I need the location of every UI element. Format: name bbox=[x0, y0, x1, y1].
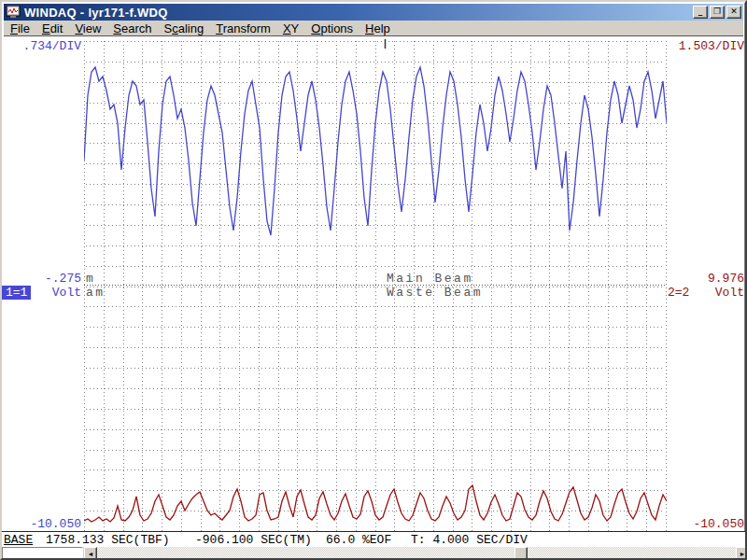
ch1-scale-per-div: .734/DIV bbox=[2, 39, 81, 53]
ch2-unit: Volt bbox=[669, 286, 744, 300]
status-time-from-beginning: 1758.133 SEC(TBF) bbox=[46, 533, 170, 547]
window-controls: _ ❐ ✕ bbox=[693, 6, 741, 19]
menu-transform[interactable]: Transform bbox=[211, 21, 275, 36]
event-annotation-clipped-main: m bbox=[86, 272, 95, 286]
ch1-mid-value: -.275 bbox=[2, 272, 81, 286]
menu-search[interactable]: Search bbox=[108, 21, 156, 36]
ch2-bottom-value: -10.050 bbox=[669, 517, 744, 531]
menu-help[interactable]: Help bbox=[360, 21, 395, 36]
menu-file[interactable]: File bbox=[6, 21, 35, 36]
close-button[interactable]: ✕ bbox=[726, 6, 741, 19]
scrollbar-track[interactable] bbox=[97, 547, 736, 560]
ch2-mid-value: 9.976 bbox=[669, 272, 744, 286]
scroll-right-button[interactable]: ► bbox=[736, 547, 747, 560]
status-percent-eof: 66.0 %EOF bbox=[326, 533, 391, 547]
menu-xy[interactable]: XY bbox=[278, 21, 303, 36]
title-bar[interactable]: WINDAQ - lyr171-f.WDQ _ ❐ ✕ bbox=[4, 4, 743, 21]
event-annotation-waste-beam: Waste Beam bbox=[387, 286, 483, 300]
ch2-scale-per-div: 1.503/DIV bbox=[669, 39, 744, 53]
minimize-button[interactable]: _ bbox=[693, 6, 708, 19]
scroll-left-button[interactable]: ◄ bbox=[84, 547, 97, 560]
bottom-scroll-row: ◄ ► bbox=[2, 547, 747, 560]
scrollbar-thumb[interactable] bbox=[514, 547, 528, 560]
scope-grid-and-traces bbox=[84, 39, 667, 532]
comment-box[interactable] bbox=[2, 547, 83, 560]
app-icon bbox=[6, 6, 21, 19]
ch1-unit: Volt bbox=[2, 286, 81, 300]
app-window: WINDAQ - lyr171-f.WDQ _ ❐ ✕ File Edit Vi… bbox=[0, 0, 747, 560]
event-annotation-main-beam: Main Beam bbox=[387, 272, 473, 286]
window-title: WINDAQ - lyr171-f.WDQ bbox=[24, 6, 168, 20]
status-bar: BASE 1758.133 SEC(TBF) -906.100 SEC(TM) … bbox=[2, 531, 747, 547]
waveform-chart[interactable] bbox=[84, 39, 667, 532]
ch1-bottom-value: -10.050 bbox=[2, 517, 81, 531]
menu-options[interactable]: Options bbox=[306, 21, 358, 36]
restore-button[interactable]: ❐ bbox=[710, 6, 725, 19]
event-annotation-clipped-waste: am bbox=[86, 286, 106, 300]
menu-edit[interactable]: Edit bbox=[37, 21, 67, 36]
status-time-per-div: T: 4.000 SEC/DIV bbox=[411, 533, 528, 547]
menu-scaling[interactable]: Scaling bbox=[160, 21, 209, 36]
menu-bar: File Edit View Search Scaling Transform … bbox=[4, 21, 743, 36]
status-base-mode[interactable]: BASE bbox=[4, 533, 33, 547]
status-time-marker: -906.100 SEC(TM) bbox=[195, 533, 312, 547]
menu-view[interactable]: View bbox=[70, 21, 106, 36]
